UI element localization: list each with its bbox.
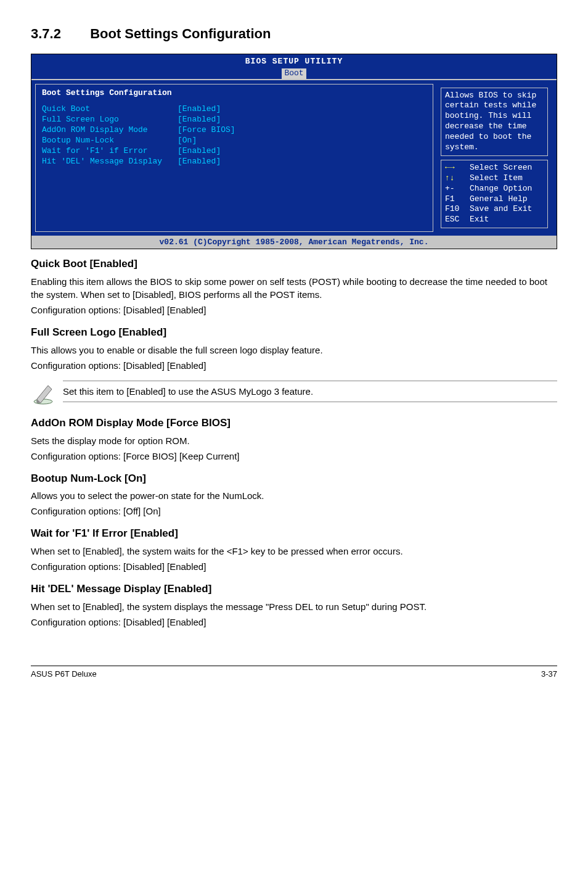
note-text: Set this item to [Enabled] to use the AS… xyxy=(63,381,557,402)
section-quick-boot: Quick Boot [Enabled] Enabling this item … xyxy=(31,257,557,316)
bios-key: ESC xyxy=(445,215,470,225)
subsection-options: Configuration options: [Disabled] [Enabl… xyxy=(31,616,557,629)
subsection-options: Configuration options: [Disabled] [Enabl… xyxy=(31,303,557,316)
subsection-options: Configuration options: [Force BIOS] [Kee… xyxy=(31,450,557,463)
bios-setting-row: AddOn ROM Display Mode[Force BIOS] xyxy=(42,125,427,136)
subsection-options: Configuration options: [Disabled] [Enabl… xyxy=(31,359,557,372)
subsection-body: Sets the display mode for option ROM. xyxy=(31,434,557,447)
bios-key-desc: General Help xyxy=(470,194,528,205)
bios-tab: Boot xyxy=(282,68,306,79)
bios-content: Boot Settings Configuration Quick Boot[E… xyxy=(31,79,557,237)
section-wait-f1: Wait for 'F1' If Error [Enabled] When se… xyxy=(31,526,557,573)
bios-setting-value: [Enabled] xyxy=(178,157,221,167)
footer-left: ASUS P6T Deluxe xyxy=(31,669,97,680)
bios-setting-value: [Enabled] xyxy=(178,115,221,125)
bios-panel-title: Boot Settings Configuration xyxy=(42,88,427,99)
bios-key: F1 xyxy=(445,194,470,205)
bios-setting-row: Bootup Num-Lock[On] xyxy=(42,136,427,146)
bios-key-desc: Select Screen xyxy=(470,163,532,173)
bios-setting-row: Quick Boot[Enabled] xyxy=(42,104,427,115)
bios-footer: v02.61 (C)Copyright 1985-2008, American … xyxy=(31,237,557,249)
subsection-title: AddOn ROM Display Mode [Force BIOS] xyxy=(31,416,557,431)
bios-screenshot: BIOS SETUP UTILITY Boot Boot Settings Co… xyxy=(31,54,557,249)
bios-setting-value: [On] xyxy=(178,136,197,146)
bios-setting-label: Wait for 'F1' if Error xyxy=(42,146,178,157)
pencil-icon xyxy=(31,381,55,408)
note-callout: Set this item to [Enabled] to use the AS… xyxy=(31,381,557,408)
footer-right: 3-37 xyxy=(541,669,557,680)
subsection-body: Allows you to select the power-on state … xyxy=(31,489,557,502)
bios-key: F10 xyxy=(445,204,470,215)
bios-setting-row: Full Screen Logo[Enabled] xyxy=(42,115,427,125)
bios-setting-label: Full Screen Logo xyxy=(42,115,178,125)
section-addon-rom: AddOn ROM Display Mode [Force BIOS] Sets… xyxy=(31,416,557,463)
bios-right-panel: Allows BIOS to skip certain tests while … xyxy=(436,84,553,233)
bios-key-row: ↑↓Select Item xyxy=(445,173,544,184)
subsection-title: Bootup Num-Lock [On] xyxy=(31,471,557,486)
section-hit-del: Hit 'DEL' Message Display [Enabled] When… xyxy=(31,582,557,629)
subsection-title: Wait for 'F1' If Error [Enabled] xyxy=(31,526,557,541)
bios-help-text: Allows BIOS to skip certain tests while … xyxy=(441,88,548,156)
bios-setting-value: [Enabled] xyxy=(178,104,221,115)
bios-key-row: F10Save and Exit xyxy=(445,204,544,215)
bios-key-row: ESCExit xyxy=(445,215,544,225)
bios-utility-title: BIOS SETUP UTILITY xyxy=(31,57,557,67)
bios-setting-row: Hit 'DEL' Message Display[Enabled] xyxy=(42,157,427,167)
subsection-options: Configuration options: [Off] [On] xyxy=(31,505,557,518)
bios-key-desc: Select Item xyxy=(470,173,523,184)
section-numlock: Bootup Num-Lock [On] Allows you to selec… xyxy=(31,471,557,518)
bios-setting-value: [Force BIOS] xyxy=(178,125,235,136)
bios-key: ↑↓ xyxy=(445,173,470,184)
bios-left-panel: Boot Settings Configuration Quick Boot[E… xyxy=(35,84,433,233)
bios-setting-label: Quick Boot xyxy=(42,104,178,115)
subsection-title: Full Screen Logo [Enabled] xyxy=(31,325,557,340)
bios-key-desc: Save and Exit xyxy=(470,204,532,215)
bios-setting-value: [Enabled] xyxy=(178,146,221,157)
bios-key-row: F1General Help xyxy=(445,194,544,205)
bios-setting-label: Hit 'DEL' Message Display xyxy=(42,157,178,167)
bios-title-bar: BIOS SETUP UTILITY Boot xyxy=(31,54,557,79)
bios-key: ←→ xyxy=(445,163,470,173)
subsection-body: Enabling this item allows the BIOS to sk… xyxy=(31,275,557,301)
bios-setting-row: Wait for 'F1' if Error[Enabled] xyxy=(42,146,427,157)
subsection-body: When set to [Enabled], the system displa… xyxy=(31,600,557,613)
subsection-title: Hit 'DEL' Message Display [Enabled] xyxy=(31,582,557,596)
bios-key-legend: ←→Select Screen ↑↓Select Item +-Change O… xyxy=(441,160,548,228)
section-full-screen-logo: Full Screen Logo [Enabled] This allows y… xyxy=(31,325,557,372)
bios-key-row: +-Change Option xyxy=(445,184,544,194)
bios-key: +- xyxy=(445,184,470,194)
bios-key-desc: Change Option xyxy=(470,184,532,194)
section-number: 3.7.2 xyxy=(31,25,86,44)
bios-setting-label: AddOn ROM Display Mode xyxy=(42,125,178,136)
subsection-body: When set to [Enabled], the system waits … xyxy=(31,545,557,558)
page-footer: ASUS P6T Deluxe 3-37 xyxy=(31,666,557,680)
section-title: Boot Settings Configuration xyxy=(90,26,271,41)
bios-setting-label: Bootup Num-Lock xyxy=(42,136,178,146)
page-heading: 3.7.2 Boot Settings Configuration xyxy=(31,25,557,44)
bios-key-desc: Exit xyxy=(470,215,489,225)
bios-key-row: ←→Select Screen xyxy=(445,163,544,173)
subsection-options: Configuration options: [Disabled] [Enabl… xyxy=(31,560,557,573)
subsection-title: Quick Boot [Enabled] xyxy=(31,257,557,271)
subsection-body: This allows you to enable or disable the… xyxy=(31,344,557,357)
